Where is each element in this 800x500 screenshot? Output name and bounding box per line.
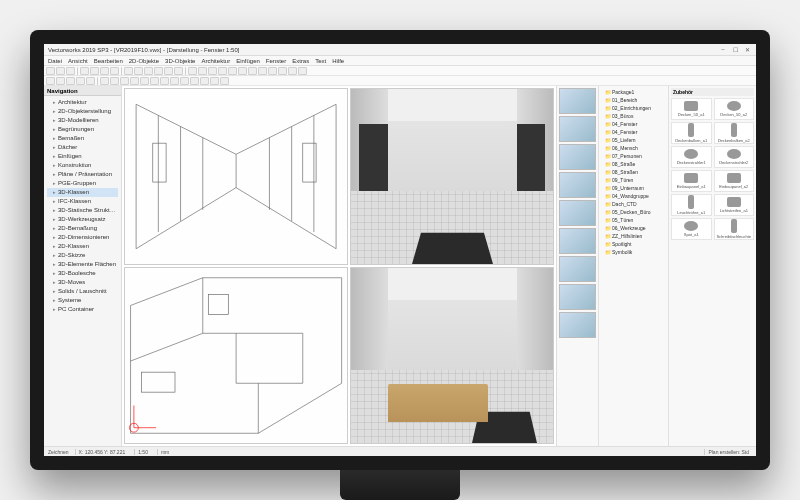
viewport-render-lobby[interactable] — [350, 267, 554, 444]
tool-button[interactable] — [86, 77, 95, 85]
viewport-wireframe-perspective[interactable] — [124, 88, 348, 265]
tool-button[interactable] — [298, 67, 307, 75]
tool-button[interactable] — [130, 77, 139, 85]
render-thumbnail[interactable] — [559, 256, 596, 282]
close-button[interactable]: ✕ — [742, 46, 752, 53]
tool-button[interactable] — [90, 67, 99, 75]
library-grid[interactable]: Zubehör Decken_50_a1Decken_50_a2Deckenba… — [669, 86, 756, 446]
render-thumbnail[interactable] — [559, 312, 596, 338]
library-item[interactable]: Deckenbalken_a2 — [714, 122, 755, 144]
tool-button[interactable] — [56, 67, 65, 75]
tree-item[interactable]: PGE-Gruppen — [47, 179, 118, 188]
folder-item[interactable]: Symbolik — [601, 248, 666, 256]
menu-item[interactable]: Datei — [48, 58, 62, 64]
folder-item[interactable]: 06_Mensch — [601, 144, 666, 152]
library-item[interactable]: Decken_50_a2 — [714, 98, 755, 120]
menu-item[interactable]: Bearbeiten — [94, 58, 123, 64]
tool-button[interactable] — [174, 67, 183, 75]
tree-item[interactable]: Pläne / Präsentation — [47, 170, 118, 179]
tool-button[interactable] — [46, 67, 55, 75]
library-item[interactable]: Schreibtischleuchte — [714, 218, 755, 240]
tree-item[interactable]: 3D-Modellieren — [47, 116, 118, 125]
tool-button[interactable] — [76, 77, 85, 85]
library-item[interactable]: Lichtstreifen_a1 — [714, 194, 755, 216]
tool-button[interactable] — [160, 77, 169, 85]
tree-item[interactable]: 2D-Objekterstellung — [47, 107, 118, 116]
folder-item[interactable]: 06_Werkzeuge — [601, 224, 666, 232]
tool-button[interactable] — [134, 67, 143, 75]
thumbnail-strip[interactable] — [557, 86, 599, 446]
tool-button[interactable] — [164, 67, 173, 75]
tool-button[interactable] — [200, 77, 209, 85]
tool-button[interactable] — [66, 77, 75, 85]
tree-item[interactable]: 2D-Dimensionieren — [47, 233, 118, 242]
folder-item[interactable]: 01_Bereich — [601, 96, 666, 104]
tool-button[interactable] — [258, 67, 267, 75]
resource-tree[interactable]: Package1 01_Bereich 02_Einrichtungen 03_… — [599, 86, 669, 446]
tool-button[interactable] — [220, 77, 229, 85]
tool-button[interactable] — [238, 67, 247, 75]
render-thumbnail[interactable] — [559, 116, 596, 142]
tree-item[interactable]: Systeme — [47, 296, 118, 305]
minimize-button[interactable]: – — [718, 46, 728, 53]
folder-item[interactable]: 03_Büros — [601, 112, 666, 120]
tree-item[interactable]: 3D-Moves — [47, 278, 118, 287]
menu-item[interactable]: Einfügen — [236, 58, 260, 64]
library-item[interactable]: Spot_a1 — [671, 218, 712, 240]
tree-item[interactable]: 3D-Boolesche — [47, 269, 118, 278]
folder-item[interactable]: 05_Liefern — [601, 136, 666, 144]
library-item[interactable]: Deckenstrahler1 — [671, 146, 712, 168]
tree-item[interactable]: 3D-Werkzeugsatz — [47, 215, 118, 224]
folder-item[interactable]: 04_Wandgruppe — [601, 192, 666, 200]
tree-item[interactable]: Dächer — [47, 143, 118, 152]
tree-item[interactable]: 3D-Statische Strukturen — [47, 206, 118, 215]
render-thumbnail[interactable] — [559, 284, 596, 310]
tool-button[interactable] — [46, 77, 55, 85]
tree-item[interactable]: 2D-Klassen — [47, 242, 118, 251]
tool-button[interactable] — [154, 67, 163, 75]
library-item[interactable]: Decken_50_a1 — [671, 98, 712, 120]
tool-button[interactable] — [80, 67, 89, 75]
tool-button[interactable] — [218, 67, 227, 75]
folder-item[interactable]: 05_Decken_Büro — [601, 208, 666, 216]
library-item[interactable]: Deckenstrahler2 — [714, 146, 755, 168]
folder-item[interactable]: 09_Unterraum — [601, 184, 666, 192]
tool-button[interactable] — [56, 77, 65, 85]
tool-button[interactable] — [150, 77, 159, 85]
tree-item[interactable]: IFC-Klassen — [47, 197, 118, 206]
tool-button[interactable] — [66, 67, 75, 75]
render-thumbnail[interactable] — [559, 88, 596, 114]
tool-button[interactable] — [180, 77, 189, 85]
menu-item[interactable]: Extras — [292, 58, 309, 64]
menu-item[interactable]: Hilfe — [332, 58, 344, 64]
menu-item[interactable]: 3D-Objekte — [165, 58, 195, 64]
tool-button[interactable] — [268, 67, 277, 75]
tool-button[interactable] — [198, 67, 207, 75]
library-item[interactable]: Deckenbalken_a1 — [671, 122, 712, 144]
tree-item[interactable]: 2D-Skizze — [47, 251, 118, 260]
tool-button[interactable] — [170, 77, 179, 85]
tree-item[interactable]: Konstruktion — [47, 161, 118, 170]
menu-item[interactable]: Architektur — [201, 58, 230, 64]
menu-item[interactable]: 2D-Objekte — [129, 58, 159, 64]
folder-item[interactable]: 07_Personen — [601, 152, 666, 160]
tree-item[interactable]: Solids / Lauschnitt — [47, 287, 118, 296]
tool-button[interactable] — [190, 77, 199, 85]
navigation-tree[interactable]: Architektur 2D-Objekterstellung 3D-Model… — [44, 96, 121, 446]
menu-item[interactable]: Ansicht — [68, 58, 88, 64]
tool-button[interactable] — [124, 67, 133, 75]
library-item[interactable]: Einbaupanel_a1 — [671, 170, 712, 192]
tool-button[interactable] — [140, 77, 149, 85]
tool-button[interactable] — [144, 67, 153, 75]
tree-item[interactable]: 3D-Elemente Flächen — [47, 260, 118, 269]
tool-button[interactable] — [288, 67, 297, 75]
folder-item[interactable]: Dach_CTD — [601, 200, 666, 208]
render-thumbnail[interactable] — [559, 228, 596, 254]
library-item[interactable]: Einbaupanel_a2 — [714, 170, 755, 192]
viewport-wireframe-plan[interactable] — [124, 267, 348, 444]
folder-item[interactable]: 08_Straßen — [601, 168, 666, 176]
folder-item[interactable]: 04_Fenster — [601, 128, 666, 136]
tool-button[interactable] — [110, 67, 119, 75]
folder-item[interactable]: Package1 — [601, 88, 666, 96]
render-thumbnail[interactable] — [559, 200, 596, 226]
